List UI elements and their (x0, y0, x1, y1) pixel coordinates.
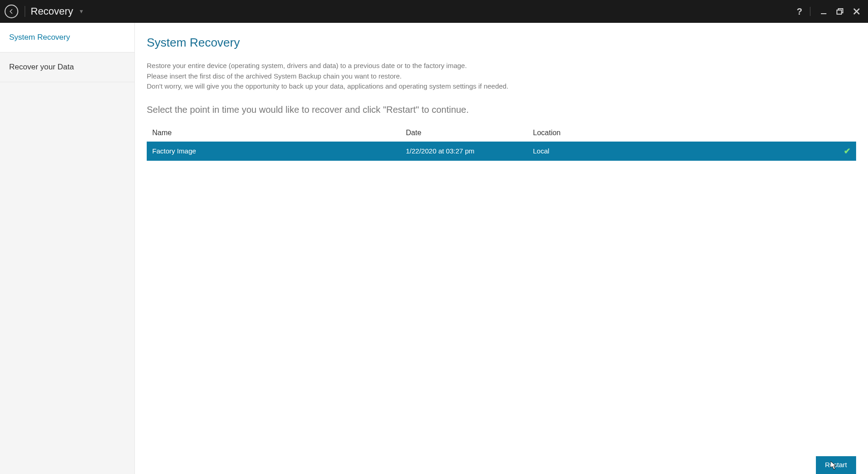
maximize-icon (836, 8, 844, 15)
footer-bar: Restart (147, 456, 856, 474)
col-header-location: Location (533, 129, 634, 137)
cell-selected: ✔ (634, 146, 851, 156)
chevron-down-icon[interactable]: ▼ (79, 8, 84, 15)
content-area: System Recovery Recover your Data System… (0, 23, 868, 474)
arrow-left-icon (8, 8, 15, 15)
sidebar-item-system-recovery[interactable]: System Recovery (0, 23, 134, 53)
svg-rect-2 (837, 10, 841, 14)
desc-line: Please insert the first disc of the arch… (147, 71, 856, 82)
instruction-text: Select the point in time you would like … (147, 105, 856, 115)
page-description: Restore your entire device (operating sy… (147, 61, 856, 92)
col-header-date: Date (406, 129, 533, 137)
cell-location: Local (533, 147, 634, 155)
cell-name: Factory Image (152, 147, 406, 155)
close-icon (853, 8, 860, 15)
page-title: System Recovery (147, 36, 856, 50)
table-row[interactable]: Factory Image 1/22/2020 at 03:27 pm Loca… (147, 142, 856, 161)
back-button[interactable] (5, 5, 18, 18)
restart-button[interactable]: Restart (816, 456, 856, 474)
desc-line: Restore your entire device (operating sy… (147, 61, 856, 71)
sidebar: System Recovery Recover your Data (0, 23, 135, 474)
app-title: Recovery (31, 5, 73, 17)
cell-date: 1/22/2020 at 03:27 pm (406, 147, 533, 155)
help-button[interactable]: ? (793, 5, 806, 18)
maximize-button[interactable] (833, 5, 847, 18)
svg-rect-0 (821, 13, 826, 14)
title-bar: Recovery ▼ ? (0, 0, 868, 23)
close-button[interactable] (850, 5, 863, 18)
recovery-points-table: Name Date Location Factory Image 1/22/20… (147, 124, 856, 161)
sidebar-item-label: System Recovery (9, 33, 70, 42)
minimize-icon (820, 8, 827, 15)
divider (25, 6, 25, 17)
sidebar-item-recover-your-data[interactable]: Recover your Data (0, 53, 134, 82)
col-header-empty (634, 129, 851, 137)
sidebar-item-label: Recover your Data (9, 63, 74, 71)
desc-line: Don't worry, we will give you the opport… (147, 81, 856, 92)
divider (810, 7, 810, 16)
check-icon: ✔ (844, 147, 851, 156)
minimize-button[interactable] (817, 5, 831, 18)
main-panel: System Recovery Restore your entire devi… (135, 23, 868, 474)
col-header-name: Name (152, 129, 406, 137)
table-header: Name Date Location (147, 124, 856, 142)
